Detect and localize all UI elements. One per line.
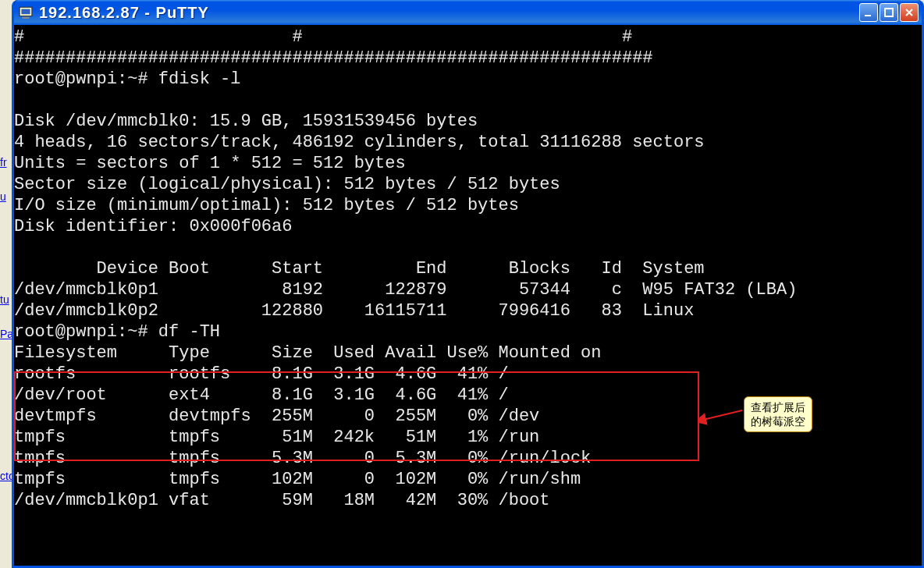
table-row: /dev/mmcblk0p2 122880 16115711 7996416 8… (14, 301, 694, 321)
maximize-button[interactable] (880, 3, 898, 22)
callout-text: 查看扩展后 (751, 400, 805, 414)
partition-header: Device Boot Start End Blocks Id System (14, 259, 705, 279)
table-row: /dev/root ext4 8.1G 3.1G 4.6G 41% / (14, 385, 509, 405)
svg-rect-3 (865, 15, 871, 16)
table-row: tmpfs tmpfs 102M 0 102M 0% /run/shm (14, 470, 581, 489)
svg-rect-2 (23, 17, 30, 19)
prompt: root@pwnpi:~# df -TH (14, 322, 220, 342)
annotation-callout: 查看扩展后 的树莓派空 (744, 396, 812, 432)
table-row: /dev/mmcblk0p1 8192 122879 57344 c W95 F… (14, 280, 797, 300)
term-line: I/O size (minimum/optimal): 512 bytes / … (14, 196, 519, 215)
terminal-area[interactable]: # # # ##################################… (14, 25, 922, 566)
titlebar[interactable]: 192.168.2.87 - PuTTY (14, 0, 922, 25)
term-line: Disk identifier: 0x000f06a6 (14, 217, 292, 236)
table-row: devtmpfs devtmpfs 255M 0 255M 0% /dev (14, 406, 539, 426)
close-button[interactable] (900, 3, 919, 22)
term-line: Sector size (logical/physical): 512 byte… (14, 175, 560, 194)
term-line: 4 heads, 16 sectors/track, 486192 cylind… (14, 133, 705, 152)
minimize-button[interactable] (859, 3, 878, 22)
prompt: root@pwnpi:~# fdisk -l (14, 69, 240, 89)
callout-text: 的树莓派空 (751, 414, 805, 428)
term-line: Units = sectors of 1 * 512 = 512 bytes (14, 154, 406, 173)
putty-window: 192.168.2.87 - PuTTY # # # #############… (12, 0, 924, 568)
table-row: tmpfs tmpfs 51M 242k 51M 1% /run (14, 428, 539, 447)
table-row: rootfs rootfs 8.1G 3.1G 4.6G 41% / (14, 364, 509, 384)
df-header: Filesystem Type Size Used Avail Use% Mou… (14, 343, 602, 363)
term-line: Disk /dev/mmcblk0: 15.9 GB, 15931539456 … (14, 112, 478, 131)
table-row: tmpfs tmpfs 5.3M 0 5.3M 0% /run/lock (14, 449, 591, 468)
svg-rect-1 (21, 9, 30, 15)
window-controls (859, 3, 919, 22)
term-line: # # # (14, 27, 632, 47)
table-row: /dev/mmcblk0p1 vfat 59M 18M 42M 30% /boo… (14, 491, 550, 510)
svg-rect-4 (885, 9, 893, 16)
term-line: ########################################… (14, 48, 653, 68)
window-title: 192.168.2.87 - PuTTY (39, 4, 859, 22)
putty-icon (19, 5, 33, 20)
